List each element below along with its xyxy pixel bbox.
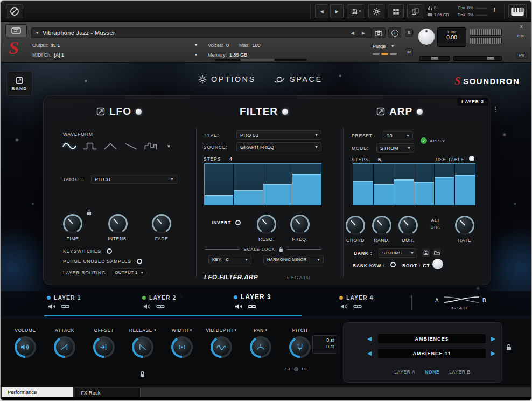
lfo-fade-knob[interactable] bbox=[152, 214, 171, 233]
filter-freq-knob[interactable] bbox=[290, 215, 310, 234]
filter-source-select[interactable]: GRAPH FREQ ▾ bbox=[236, 142, 321, 151]
drag-handle-icon[interactable]: ⋮ bbox=[492, 105, 499, 113]
step-bar[interactable] bbox=[374, 164, 394, 205]
chevron-down-icon[interactable]: ▾ bbox=[190, 328, 192, 333]
purge-unused-toggle[interactable] bbox=[137, 259, 142, 264]
bank-select[interactable]: STRUMS ▾ bbox=[379, 248, 417, 258]
ambience-group-prev-button[interactable]: ◀ bbox=[367, 336, 372, 342]
key-select[interactable]: KEY - C ▾ bbox=[208, 255, 251, 264]
save-button[interactable]: ▾ bbox=[347, 4, 365, 18]
purge-menu[interactable]: Purge ▾ bbox=[373, 42, 400, 50]
ambience-group-select[interactable]: AMBIENCES bbox=[378, 334, 486, 343]
pan-slider[interactable] bbox=[419, 56, 450, 61]
legato-label[interactable]: LEGATO bbox=[287, 275, 311, 280]
wave-more-chevron-icon[interactable]: ▾ bbox=[167, 143, 170, 149]
volume-slider[interactable] bbox=[453, 56, 502, 61]
st-ct-ball[interactable] bbox=[294, 367, 298, 371]
attack-knob[interactable] bbox=[54, 336, 75, 358]
view-tiles-button[interactable] bbox=[388, 4, 404, 18]
lock-icon[interactable] bbox=[279, 246, 283, 252]
layer-a-label[interactable]: LAYER A bbox=[394, 369, 415, 375]
arp-rand-knob[interactable] bbox=[372, 216, 391, 235]
settings-button[interactable] bbox=[368, 4, 384, 18]
chevron-down-icon[interactable]: ▾ bbox=[235, 328, 237, 333]
wave-random-icon[interactable] bbox=[144, 141, 159, 151]
wave-square-icon[interactable] bbox=[82, 141, 97, 151]
filter-reso-knob[interactable] bbox=[257, 215, 276, 234]
wave-triangle-icon[interactable] bbox=[103, 141, 118, 151]
ambience-patch-select[interactable]: AMBIENCE 11 bbox=[378, 349, 486, 358]
rand-tab[interactable]: RAND bbox=[6, 71, 32, 96]
layer-b-label[interactable]: LAYER B bbox=[449, 369, 470, 375]
step-bar[interactable] bbox=[353, 164, 374, 205]
speaker-icon[interactable] bbox=[340, 303, 348, 309]
step-bar[interactable] bbox=[292, 164, 321, 205]
lock-icon[interactable] bbox=[87, 209, 92, 216]
invert-toggle[interactable] bbox=[235, 220, 241, 225]
ambience-patch-prev-button[interactable]: ◀ bbox=[367, 350, 372, 356]
ambience-group-next-button[interactable]: ▶ bbox=[491, 336, 495, 342]
output-select[interactable]: Output: st. 1 ▾ bbox=[32, 41, 197, 49]
instrument-title-bar[interactable]: ▾ Vibraphone Jazz - Musser ◀ ▶ bbox=[31, 27, 372, 38]
alt-dir-control[interactable]: ALT DIR. bbox=[424, 218, 447, 230]
lfo-intensity-knob[interactable] bbox=[108, 214, 128, 233]
step-bar[interactable] bbox=[205, 164, 234, 205]
view-panels-button[interactable] bbox=[407, 4, 423, 18]
link-icon[interactable] bbox=[248, 304, 256, 309]
aux-button[interactable]: aux bbox=[517, 33, 524, 38]
info-button[interactable]: i bbox=[388, 27, 401, 38]
wave-sine-icon[interactable] bbox=[62, 141, 77, 151]
solo-button[interactable]: S bbox=[405, 29, 413, 37]
step-bar[interactable] bbox=[455, 164, 475, 205]
pv-button[interactable]: PV bbox=[516, 52, 528, 59]
pan-knob[interactable] bbox=[250, 336, 271, 358]
link-icon[interactable] bbox=[353, 304, 362, 309]
layer-tab-1[interactable]: LAYER 1 bbox=[47, 294, 81, 309]
step-bar[interactable] bbox=[234, 164, 263, 205]
instrument-tab-icon[interactable] bbox=[5, 24, 27, 37]
link-icon[interactable] bbox=[61, 304, 69, 309]
tab-space[interactable]: SPACE bbox=[274, 75, 323, 84]
arp-dur-knob[interactable] bbox=[398, 216, 418, 235]
filter-step-table[interactable] bbox=[204, 163, 321, 205]
filter-steps-value[interactable]: 4 bbox=[229, 156, 232, 162]
mute-button[interactable]: M bbox=[405, 48, 413, 56]
midi-channel-select[interactable]: MIDI Ch: [A] 1 ▾ bbox=[32, 51, 197, 59]
step-bar[interactable] bbox=[435, 164, 455, 205]
release-knob[interactable] bbox=[132, 336, 153, 358]
width-knob[interactable] bbox=[171, 336, 193, 358]
wave-saw-icon[interactable] bbox=[123, 141, 138, 151]
preset-select[interactable]: 10 ▾ bbox=[383, 131, 413, 140]
layer-none-value[interactable]: NONE bbox=[425, 369, 439, 375]
step-bar[interactable] bbox=[394, 164, 415, 205]
mode-select[interactable]: STRUM ▾ bbox=[376, 143, 414, 153]
arp-step-table[interactable] bbox=[353, 163, 475, 205]
arp-steps-value[interactable]: 6 bbox=[378, 156, 381, 162]
bank-save-button[interactable] bbox=[422, 248, 430, 257]
root-knob[interactable] bbox=[432, 259, 443, 269]
tab-options[interactable]: OPTIONS bbox=[198, 75, 256, 84]
step-bar[interactable] bbox=[263, 164, 292, 205]
layer-routing-select[interactable]: OUTPUT 1 ▾ bbox=[111, 268, 147, 276]
bank-ksw-toggle[interactable] bbox=[390, 262, 396, 267]
step-bar[interactable] bbox=[414, 164, 435, 205]
use-table-toggle[interactable] bbox=[469, 156, 474, 161]
st-ct-toggle[interactable]: ST CT bbox=[285, 367, 307, 371]
warning-indicator[interactable]: ! bbox=[493, 6, 495, 14]
layer-tab-4[interactable]: LAYER 4 bbox=[339, 294, 373, 309]
tune-knob[interactable] bbox=[418, 29, 435, 45]
speaker-icon[interactable] bbox=[235, 303, 242, 309]
lfo-power-led[interactable] bbox=[136, 109, 142, 115]
arp-rate-knob[interactable] bbox=[455, 216, 474, 235]
pitch-knob[interactable] bbox=[289, 336, 311, 358]
vib-depth-knob[interactable] bbox=[211, 336, 232, 358]
arp-chord-knob[interactable] bbox=[346, 216, 365, 235]
lock-icon[interactable] bbox=[140, 371, 145, 377]
header-scrollbar[interactable] bbox=[215, 59, 307, 61]
speaker-icon[interactable] bbox=[48, 303, 55, 309]
xfade-control[interactable] bbox=[443, 295, 480, 304]
next-instrument-button[interactable]: ▶ bbox=[360, 31, 367, 36]
keyswitches-toggle[interactable] bbox=[107, 248, 112, 254]
ambience-patch-next-button[interactable]: ▶ bbox=[491, 350, 495, 356]
filter-type-select[interactable]: PRO 53 ▾ bbox=[236, 130, 321, 140]
